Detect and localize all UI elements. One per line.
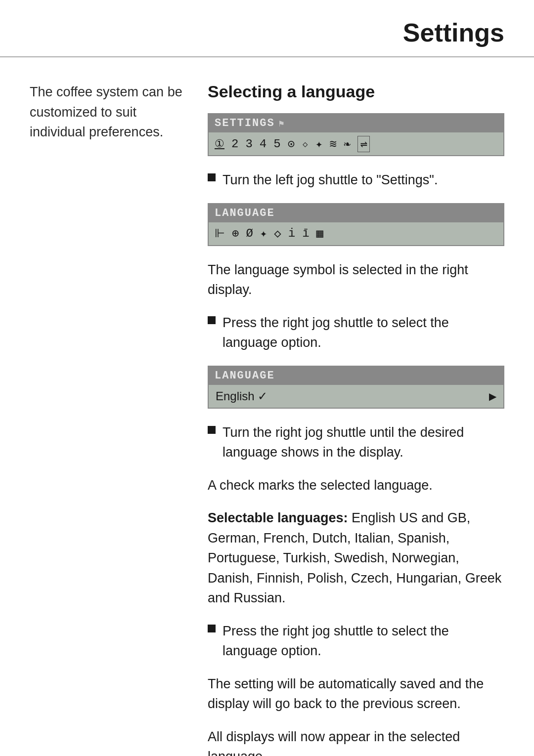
bullet-4 [208,625,216,632]
flag-icon: ⚑ [279,118,285,129]
display-settings: SETTINGS ⚑ ① 2 3 4 5 ⊙ ⬦ ✦ ≋ ❧ ⇌ [208,113,504,156]
display-language-header: LANGUAGE [209,204,503,222]
paragraph-3: The setting will be automatically saved … [208,674,504,714]
icon-person: ✦ [315,137,322,151]
display-english-row: English ✓ ▶ [209,385,503,408]
icon-clock: ⊙ [288,137,295,151]
lang-icon-power: ⊕ [232,226,239,241]
lang-icon-zero: Ø [246,227,253,240]
lang-icon-i: i [288,227,295,240]
lang-icon-grid: ▦ [316,226,323,241]
display-language-english: LANGUAGE English ✓ ▶ [208,366,504,409]
icon-1: ① [215,137,224,151]
paragraph-4: All displays will now appear in the sele… [208,727,504,756]
instruction-1-text: Turn the left jog shuttle to "Settings". [222,170,504,190]
instruction-2-block: Press the right jog shuttle to select th… [208,313,504,353]
page-title: Settings [403,18,504,47]
right-column: Selecting a language SETTINGS ⚑ ① 2 3 4 … [208,82,504,756]
instruction-3-text: Turn the right jog shuttle until the des… [222,422,504,462]
display-language-icons: LANGUAGE ⊩ ⊕ Ø ✦ ◇ i ī ▦ [208,203,504,246]
paragraph-2: A check marks the selected language. [208,475,504,496]
arrow-right-icon: ▶ [489,390,496,402]
icon-3: 3 [245,137,252,151]
display-settings-icons: ① 2 3 4 5 ⊙ ⬦ ✦ ≋ ❧ ⇌ [209,132,503,155]
icon-arrows: ⇌ [357,136,369,152]
icon-leaf: ❧ [344,137,351,151]
icon-4: 4 [260,137,267,151]
instruction-3-block: Turn the right jog shuttle until the des… [208,422,504,462]
instruction-4-text: Press the right jog shuttle to select th… [222,621,504,661]
paragraph-1: The language symbol is selected in the r… [208,260,504,300]
english-value: English ✓ [216,389,267,403]
lang-icon-i-bar: ī [302,227,309,240]
display-settings-header: SETTINGS ⚑ [209,114,503,132]
instruction-2-text: Press the right jog shuttle to select th… [222,313,504,353]
instruction-1-block: Turn the left jog shuttle to "Settings". [208,170,504,190]
lang-icon-flag: ⊩ [215,226,225,241]
selectable-languages-paragraph: Selectable languages: English US and GB,… [208,508,504,608]
display-settings-label: SETTINGS [215,117,275,129]
page-header: Settings [0,0,534,57]
lang-icon-star: ✦ [260,226,267,241]
icon-lock: ⬦ [302,137,309,151]
display-language-icon-row: ⊩ ⊕ Ø ✦ ◇ i ī ▦ [209,222,503,245]
bullet-1 [208,173,216,181]
selectable-languages-label: Selectable languages: [208,510,348,525]
intro-text: The coffee system can be customized to s… [30,82,183,142]
section-heading: Selecting a language [208,82,504,101]
bullet-2 [208,316,216,324]
icon-wave: ≋ [330,137,337,151]
lang-icon-diamond: ◇ [274,226,281,241]
icon-2: 2 [231,137,238,151]
left-column: The coffee system can be customized to s… [30,82,183,756]
page-body: The coffee system can be customized to s… [0,57,534,756]
display-english-header: LANGUAGE [209,367,503,385]
bullet-3 [208,426,216,434]
icon-5: 5 [273,137,280,151]
instruction-4-block: Press the right jog shuttle to select th… [208,621,504,661]
